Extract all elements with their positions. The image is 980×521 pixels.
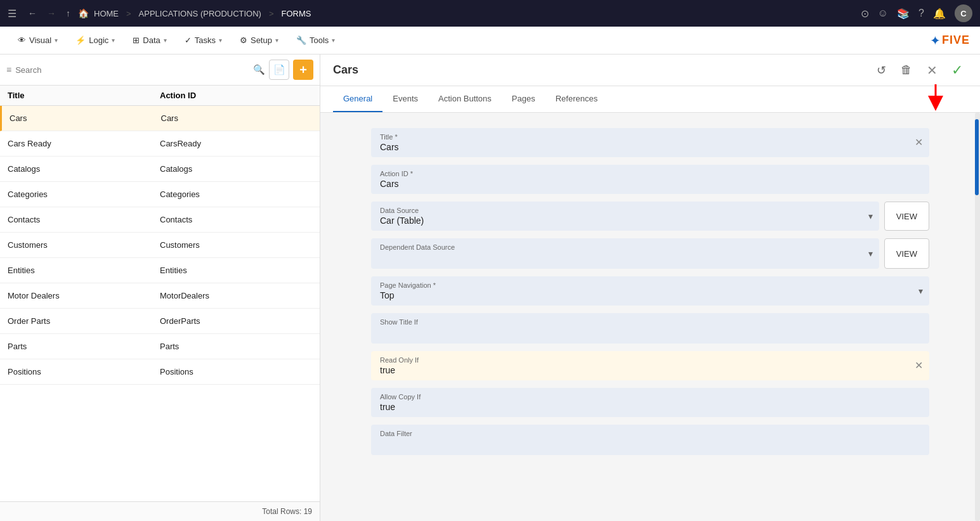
breadcrumb-forms[interactable]: FORMS: [282, 9, 311, 18]
table-row[interactable]: Cars Ready CarsReady: [0, 131, 320, 157]
allowcopy-value[interactable]: true: [380, 402, 920, 412]
table-row[interactable]: Motor Dealers MotorDealers: [0, 283, 320, 309]
scrollbar-thumb[interactable]: [975, 119, 979, 195]
actionid-value[interactable]: Cars: [380, 179, 920, 189]
filter-icon: ≡: [6, 65, 11, 75]
visual-menu[interactable]: 👁 Visual ▾: [10, 32, 65, 49]
readonly-clear-button[interactable]: ✕: [915, 361, 923, 371]
up-button[interactable]: ↑: [63, 7, 73, 20]
row-actionid: OrderParts: [160, 316, 312, 326]
help-icon[interactable]: ?: [918, 8, 924, 19]
row-title: Catalogs: [8, 164, 160, 174]
table-body: Cars Cars Cars Ready CarsReady Catalogs …: [0, 106, 320, 501]
tab-action-buttons[interactable]: Action Buttons: [428, 86, 502, 112]
document-button[interactable]: 📄: [269, 60, 289, 80]
row-actionid: Entities: [160, 266, 312, 275]
pagenav-label: Page Navigation *: [380, 281, 920, 289]
table-row[interactable]: Positions Positions: [0, 359, 320, 385]
datasource-dropdown-icon[interactable]: ▾: [868, 211, 873, 221]
row-title: Customers: [8, 240, 160, 250]
dependent-view-button[interactable]: VIEW: [884, 238, 929, 269]
datasource-value[interactable]: Car (Table): [380, 215, 870, 226]
row-actionid: Catalogs: [160, 164, 312, 174]
tools-icon: 🔧: [296, 35, 306, 45]
tools-menu[interactable]: 🔧 Tools ▾: [289, 32, 343, 49]
row-title: Positions: [8, 367, 160, 376]
avatar[interactable]: C: [955, 4, 972, 22]
row-title: Cars Ready: [8, 139, 160, 148]
readonly-value[interactable]: true: [380, 365, 920, 375]
home-icon: 🏠: [78, 8, 89, 18]
dependent-datasource-field-group: Dependent Data Source ▾ VIEW: [371, 238, 929, 269]
row-title: Entities: [8, 266, 160, 275]
visual-caret: ▾: [55, 37, 58, 44]
tab-general[interactable]: General: [333, 86, 382, 112]
column-header-actionid: Action ID: [160, 91, 312, 100]
breadcrumb-apps[interactable]: APPLICATIONS (PRODUCTION): [139, 9, 261, 18]
datasource-view-button[interactable]: VIEW: [884, 202, 929, 231]
showtitle-label: Show Title If: [380, 318, 920, 326]
user-icon[interactable]: ☺: [878, 8, 888, 19]
search-input[interactable]: [15, 65, 249, 75]
title-field: Title * Cars ✕: [371, 128, 929, 157]
row-actionid: CarsReady: [160, 139, 312, 148]
data-menu[interactable]: ⊞ Data ▾: [125, 32, 174, 49]
form-area: Title * Cars ✕ Action ID * Cars Data Sou…: [320, 113, 980, 521]
add-button[interactable]: +: [293, 60, 313, 80]
table-row[interactable]: Order Parts OrderParts: [0, 309, 320, 334]
table-row[interactable]: Entities Entities: [0, 258, 320, 283]
tab-pages[interactable]: Pages: [502, 86, 546, 112]
tab-events[interactable]: Events: [382, 86, 428, 112]
title-value[interactable]: Cars: [380, 142, 920, 152]
tabs: GeneralEventsAction ButtonsPagesReferenc…: [320, 86, 980, 113]
pagenav-dropdown-icon[interactable]: ▾: [918, 286, 923, 296]
close-button[interactable]: ✕: [922, 60, 942, 80]
title-clear-button[interactable]: ✕: [915, 138, 923, 148]
dependent-datasource-field: Dependent Data Source ▾: [371, 238, 879, 269]
right-panel: Cars ↺ 🗑 ✕ ✓ GeneralEventsAction Buttons…: [320, 55, 980, 521]
dependent-datasource-label: Dependent Data Source: [380, 243, 870, 251]
logic-menu[interactable]: ⚡ Logic ▾: [68, 32, 122, 49]
tab-references[interactable]: References: [546, 86, 608, 112]
table-row[interactable]: Customers Customers: [0, 233, 320, 258]
row-actionid: Positions: [160, 367, 312, 376]
logo-text: FIVE: [942, 34, 970, 47]
readonly-label: Read Only If: [380, 356, 920, 364]
row-actionid: Cars: [161, 113, 313, 123]
scrollbar-track[interactable]: [975, 113, 980, 521]
library-icon[interactable]: 📚: [897, 8, 910, 20]
title-label: Title *: [380, 133, 920, 141]
logic-label: Logic: [89, 35, 108, 45]
menu-icon[interactable]: ☰: [8, 8, 16, 20]
history-button[interactable]: ↺: [871, 60, 891, 80]
back-button[interactable]: ←: [25, 7, 39, 20]
actionid-field: Action ID * Cars: [371, 165, 929, 194]
allowcopy-label: Allow Copy If: [380, 393, 920, 401]
setup-label: Setup: [251, 35, 272, 45]
dependent-dropdown-icon[interactable]: ▾: [868, 248, 873, 259]
table-row[interactable]: Contacts Contacts: [0, 207, 320, 233]
showtitle-field-group: Show Title If: [371, 313, 929, 344]
table-row[interactable]: Categories Categories: [0, 182, 320, 207]
table-row[interactable]: Cars Cars: [0, 106, 320, 131]
logic-icon: ⚡: [75, 35, 86, 45]
table-row[interactable]: Parts Parts: [0, 334, 320, 359]
logic-caret: ▾: [112, 37, 115, 44]
actionid-label: Action ID *: [380, 170, 920, 177]
table-row[interactable]: Catalogs Catalogs: [0, 157, 320, 182]
arrow-annotation: [913, 113, 945, 115]
forward-button[interactable]: →: [44, 7, 58, 20]
settings-icon[interactable]: ⊙: [861, 8, 869, 20]
showtitle-field: Show Title If: [371, 313, 929, 344]
notifications-icon[interactable]: 🔔: [933, 8, 946, 20]
table-footer: Total Rows: 19: [0, 501, 320, 521]
delete-button[interactable]: 🗑: [896, 60, 917, 80]
row-actionid: Parts: [160, 342, 312, 351]
tasks-menu[interactable]: ✓ Tasks ▾: [177, 32, 230, 49]
save-button[interactable]: ✓: [947, 60, 967, 80]
setup-menu[interactable]: ⚙ Setup ▾: [232, 32, 286, 49]
data-label: Data: [143, 35, 160, 45]
search-icon[interactable]: 🔍: [253, 64, 265, 75]
pagenav-value[interactable]: Top: [380, 290, 920, 300]
breadcrumb-home[interactable]: HOME: [94, 9, 119, 18]
